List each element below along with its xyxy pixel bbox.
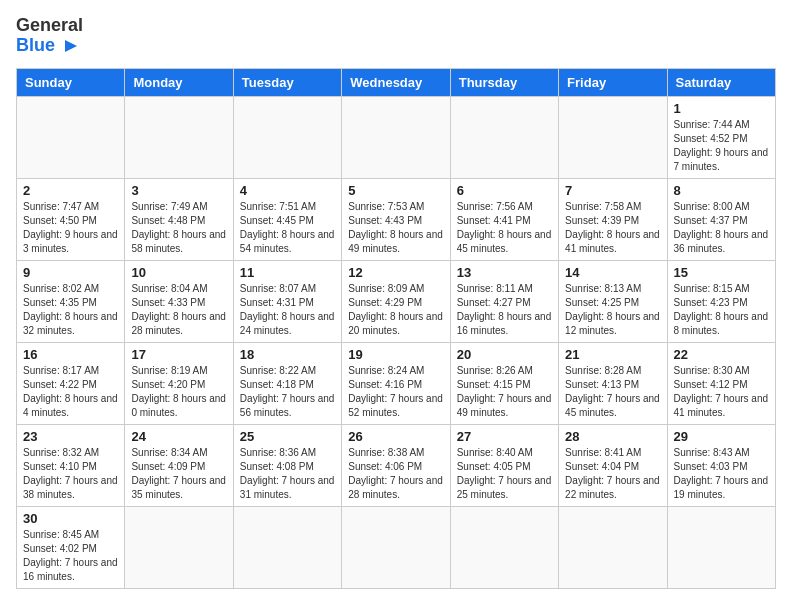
day-number: 19 [348, 347, 443, 362]
day-number: 9 [23, 265, 118, 280]
weekday-header-tuesday: Tuesday [233, 68, 341, 96]
day-info: Sunrise: 8:00 AM Sunset: 4:37 PM Dayligh… [674, 200, 769, 256]
day-info: Sunrise: 8:17 AM Sunset: 4:22 PM Dayligh… [23, 364, 118, 420]
calendar-week-row: 9Sunrise: 8:02 AM Sunset: 4:35 PM Daylig… [17, 260, 776, 342]
logo-blue-text: Blue [16, 36, 83, 56]
day-info: Sunrise: 8:22 AM Sunset: 4:18 PM Dayligh… [240, 364, 335, 420]
calendar-cell: 7Sunrise: 7:58 AM Sunset: 4:39 PM Daylig… [559, 178, 667, 260]
calendar-week-row: 1Sunrise: 7:44 AM Sunset: 4:52 PM Daylig… [17, 96, 776, 178]
day-number: 30 [23, 511, 118, 526]
calendar-cell: 4Sunrise: 7:51 AM Sunset: 4:45 PM Daylig… [233, 178, 341, 260]
calendar-week-row: 2Sunrise: 7:47 AM Sunset: 4:50 PM Daylig… [17, 178, 776, 260]
calendar-cell: 9Sunrise: 8:02 AM Sunset: 4:35 PM Daylig… [17, 260, 125, 342]
day-info: Sunrise: 8:45 AM Sunset: 4:02 PM Dayligh… [23, 528, 118, 584]
day-number: 6 [457, 183, 552, 198]
day-info: Sunrise: 8:32 AM Sunset: 4:10 PM Dayligh… [23, 446, 118, 502]
day-info: Sunrise: 8:34 AM Sunset: 4:09 PM Dayligh… [131, 446, 226, 502]
calendar-cell: 28Sunrise: 8:41 AM Sunset: 4:04 PM Dayli… [559, 424, 667, 506]
calendar-week-row: 16Sunrise: 8:17 AM Sunset: 4:22 PM Dayli… [17, 342, 776, 424]
calendar-cell [559, 506, 667, 588]
weekday-header-wednesday: Wednesday [342, 68, 450, 96]
calendar-cell: 22Sunrise: 8:30 AM Sunset: 4:12 PM Dayli… [667, 342, 775, 424]
calendar-cell [233, 506, 341, 588]
calendar-cell: 15Sunrise: 8:15 AM Sunset: 4:23 PM Dayli… [667, 260, 775, 342]
calendar-cell [342, 506, 450, 588]
logo: General Blue [16, 16, 83, 56]
day-info: Sunrise: 8:15 AM Sunset: 4:23 PM Dayligh… [674, 282, 769, 338]
calendar-cell: 8Sunrise: 8:00 AM Sunset: 4:37 PM Daylig… [667, 178, 775, 260]
day-number: 16 [23, 347, 118, 362]
day-info: Sunrise: 8:09 AM Sunset: 4:29 PM Dayligh… [348, 282, 443, 338]
day-info: Sunrise: 7:53 AM Sunset: 4:43 PM Dayligh… [348, 200, 443, 256]
calendar-cell: 6Sunrise: 7:56 AM Sunset: 4:41 PM Daylig… [450, 178, 558, 260]
calendar-cell: 16Sunrise: 8:17 AM Sunset: 4:22 PM Dayli… [17, 342, 125, 424]
weekday-header-thursday: Thursday [450, 68, 558, 96]
day-number: 10 [131, 265, 226, 280]
calendar-cell: 25Sunrise: 8:36 AM Sunset: 4:08 PM Dayli… [233, 424, 341, 506]
weekday-header-sunday: Sunday [17, 68, 125, 96]
day-info: Sunrise: 8:26 AM Sunset: 4:15 PM Dayligh… [457, 364, 552, 420]
day-info: Sunrise: 7:56 AM Sunset: 4:41 PM Dayligh… [457, 200, 552, 256]
day-info: Sunrise: 8:24 AM Sunset: 4:16 PM Dayligh… [348, 364, 443, 420]
calendar-cell [17, 96, 125, 178]
calendar-cell: 29Sunrise: 8:43 AM Sunset: 4:03 PM Dayli… [667, 424, 775, 506]
day-info: Sunrise: 8:02 AM Sunset: 4:35 PM Dayligh… [23, 282, 118, 338]
weekday-header-friday: Friday [559, 68, 667, 96]
day-info: Sunrise: 8:43 AM Sunset: 4:03 PM Dayligh… [674, 446, 769, 502]
calendar-cell [450, 96, 558, 178]
day-info: Sunrise: 8:28 AM Sunset: 4:13 PM Dayligh… [565, 364, 660, 420]
calendar-cell: 1Sunrise: 7:44 AM Sunset: 4:52 PM Daylig… [667, 96, 775, 178]
day-number: 28 [565, 429, 660, 444]
weekday-header-saturday: Saturday [667, 68, 775, 96]
header: General Blue [16, 16, 776, 56]
day-number: 8 [674, 183, 769, 198]
day-number: 23 [23, 429, 118, 444]
calendar-cell: 2Sunrise: 7:47 AM Sunset: 4:50 PM Daylig… [17, 178, 125, 260]
calendar-body: 1Sunrise: 7:44 AM Sunset: 4:52 PM Daylig… [17, 96, 776, 588]
calendar-cell: 17Sunrise: 8:19 AM Sunset: 4:20 PM Dayli… [125, 342, 233, 424]
day-number: 15 [674, 265, 769, 280]
calendar-cell [667, 506, 775, 588]
day-info: Sunrise: 8:41 AM Sunset: 4:04 PM Dayligh… [565, 446, 660, 502]
calendar-cell: 11Sunrise: 8:07 AM Sunset: 4:31 PM Dayli… [233, 260, 341, 342]
day-info: Sunrise: 8:19 AM Sunset: 4:20 PM Dayligh… [131, 364, 226, 420]
calendar-cell: 13Sunrise: 8:11 AM Sunset: 4:27 PM Dayli… [450, 260, 558, 342]
day-number: 13 [457, 265, 552, 280]
calendar-cell: 5Sunrise: 7:53 AM Sunset: 4:43 PM Daylig… [342, 178, 450, 260]
logo-general-text: General [16, 16, 83, 36]
day-number: 2 [23, 183, 118, 198]
calendar-cell [450, 506, 558, 588]
calendar-cell: 27Sunrise: 8:40 AM Sunset: 4:05 PM Dayli… [450, 424, 558, 506]
day-info: Sunrise: 8:13 AM Sunset: 4:25 PM Dayligh… [565, 282, 660, 338]
day-number: 11 [240, 265, 335, 280]
logo-triangle-icon [59, 36, 79, 56]
calendar-week-row: 23Sunrise: 8:32 AM Sunset: 4:10 PM Dayli… [17, 424, 776, 506]
day-number: 1 [674, 101, 769, 116]
calendar-cell: 14Sunrise: 8:13 AM Sunset: 4:25 PM Dayli… [559, 260, 667, 342]
day-number: 29 [674, 429, 769, 444]
day-info: Sunrise: 7:47 AM Sunset: 4:50 PM Dayligh… [23, 200, 118, 256]
svg-marker-0 [65, 40, 77, 52]
day-info: Sunrise: 8:04 AM Sunset: 4:33 PM Dayligh… [131, 282, 226, 338]
day-number: 22 [674, 347, 769, 362]
day-number: 26 [348, 429, 443, 444]
calendar-header-row: SundayMondayTuesdayWednesdayThursdayFrid… [17, 68, 776, 96]
day-number: 7 [565, 183, 660, 198]
day-number: 14 [565, 265, 660, 280]
day-number: 5 [348, 183, 443, 198]
calendar-cell: 21Sunrise: 8:28 AM Sunset: 4:13 PM Dayli… [559, 342, 667, 424]
day-info: Sunrise: 7:49 AM Sunset: 4:48 PM Dayligh… [131, 200, 226, 256]
calendar-cell: 24Sunrise: 8:34 AM Sunset: 4:09 PM Dayli… [125, 424, 233, 506]
calendar-cell: 30Sunrise: 8:45 AM Sunset: 4:02 PM Dayli… [17, 506, 125, 588]
calendar-cell: 20Sunrise: 8:26 AM Sunset: 4:15 PM Dayli… [450, 342, 558, 424]
day-info: Sunrise: 8:36 AM Sunset: 4:08 PM Dayligh… [240, 446, 335, 502]
day-info: Sunrise: 7:44 AM Sunset: 4:52 PM Dayligh… [674, 118, 769, 174]
day-info: Sunrise: 8:40 AM Sunset: 4:05 PM Dayligh… [457, 446, 552, 502]
calendar-week-row: 30Sunrise: 8:45 AM Sunset: 4:02 PM Dayli… [17, 506, 776, 588]
calendar-cell [233, 96, 341, 178]
calendar-cell: 10Sunrise: 8:04 AM Sunset: 4:33 PM Dayli… [125, 260, 233, 342]
day-number: 3 [131, 183, 226, 198]
day-number: 27 [457, 429, 552, 444]
day-number: 18 [240, 347, 335, 362]
calendar-cell: 3Sunrise: 7:49 AM Sunset: 4:48 PM Daylig… [125, 178, 233, 260]
